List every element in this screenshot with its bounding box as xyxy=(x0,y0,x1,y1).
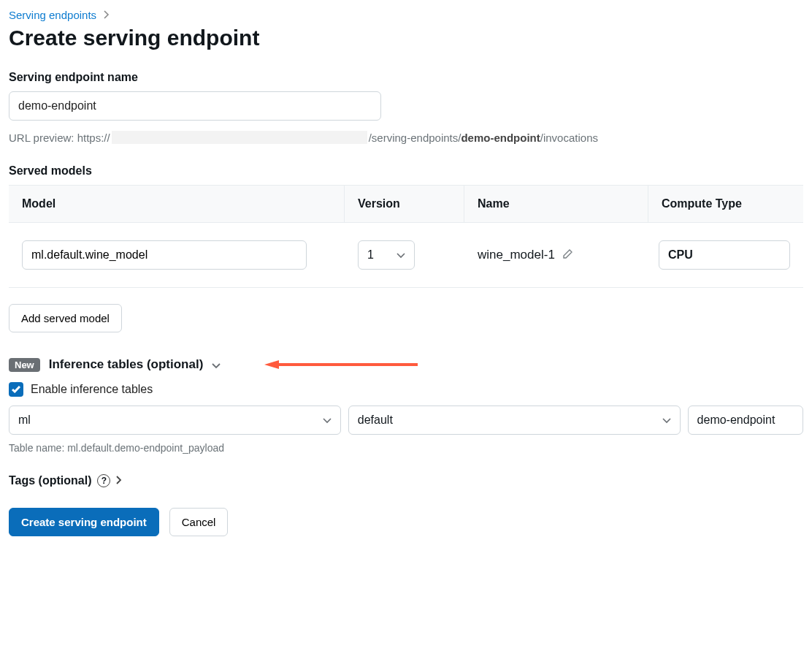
enable-inference-checkbox-row: Enable inference tables xyxy=(9,382,803,397)
edit-name-icon[interactable] xyxy=(562,248,574,263)
chevron-down-icon xyxy=(212,359,221,371)
chevron-down-icon xyxy=(397,248,405,262)
url-preview-prefix: https:// xyxy=(77,132,110,144)
url-preview-suffix: /invocations xyxy=(540,132,598,144)
th-name: Name xyxy=(464,186,648,222)
schema-select[interactable]: default xyxy=(348,406,681,435)
url-preview-path: /serving-endpoints/ xyxy=(369,132,461,144)
cancel-button[interactable]: Cancel xyxy=(169,508,229,536)
endpoint-name-input[interactable] xyxy=(9,91,381,121)
table-name-input[interactable]: demo-endpoint xyxy=(688,406,803,435)
endpoint-name-label: Serving endpoint name xyxy=(9,71,803,84)
catalog-select[interactable]: ml xyxy=(9,406,341,435)
help-icon[interactable]: ? xyxy=(97,474,110,487)
url-preview-endpoint: demo-endpoint xyxy=(461,132,540,144)
add-served-model-button[interactable]: Add served model xyxy=(9,304,122,332)
enable-inference-checkbox[interactable] xyxy=(9,382,23,397)
enable-inference-label: Enable inference tables xyxy=(31,383,153,396)
chevron-down-icon xyxy=(323,414,332,427)
table-header: Model Version Name Compute Type xyxy=(9,186,803,223)
page-title: Create serving endpoint xyxy=(9,26,803,50)
table-name-hint: Table name: ml.default.demo-endpoint_pay… xyxy=(9,442,803,454)
footer-actions: Create serving endpoint Cancel xyxy=(9,508,803,536)
arrow-annotation xyxy=(264,359,418,370)
th-version: Version xyxy=(345,186,464,222)
schema-value: default xyxy=(358,414,393,427)
version-select[interactable]: 1 xyxy=(358,240,415,270)
inference-tables-header[interactable]: New Inference tables (optional) xyxy=(9,357,803,372)
inference-tables-title: Inference tables (optional) xyxy=(49,357,204,372)
served-models-label: Served models xyxy=(9,164,803,178)
tags-header[interactable]: Tags (optional) ? xyxy=(9,474,803,487)
breadcrumb: Serving endpoints xyxy=(9,9,803,21)
inference-selects: ml default demo-endpoint xyxy=(9,406,803,435)
served-name-value: wine_model-1 xyxy=(478,248,555,262)
chevron-right-icon xyxy=(116,474,122,487)
model-input[interactable] xyxy=(22,240,307,270)
chevron-right-icon xyxy=(104,9,110,21)
compute-type-select[interactable]: CPU xyxy=(659,240,790,270)
url-preview: URL preview: https:// /serving-endpoints… xyxy=(9,131,803,144)
tags-title: Tags (optional) xyxy=(9,474,91,487)
url-preview-label: URL preview: xyxy=(9,132,74,144)
svg-marker-1 xyxy=(264,360,279,369)
compute-type-value: CPU xyxy=(668,248,693,262)
th-model: Model xyxy=(9,186,345,222)
served-models-table: Model Version Name Compute Type 1 wine_m… xyxy=(9,185,803,288)
url-preview-redacted-host xyxy=(112,131,367,144)
table-name-value: demo-endpoint xyxy=(697,414,775,427)
create-endpoint-button[interactable]: Create serving endpoint xyxy=(9,508,159,536)
chevron-down-icon xyxy=(662,414,671,427)
th-compute: Compute Type xyxy=(648,186,803,222)
version-value: 1 xyxy=(367,248,374,262)
table-row: 1 wine_model-1 CPU xyxy=(9,223,803,288)
breadcrumb-parent-link[interactable]: Serving endpoints xyxy=(9,9,96,21)
catalog-value: ml xyxy=(18,414,31,427)
new-badge: New xyxy=(9,358,40,372)
